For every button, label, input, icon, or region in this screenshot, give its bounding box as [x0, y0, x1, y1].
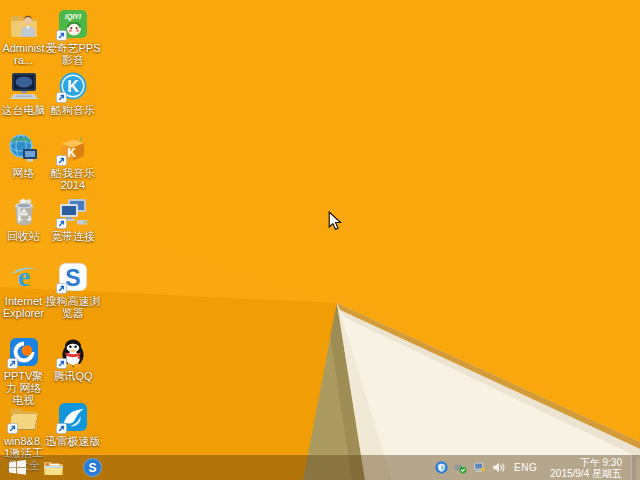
svg-text:S: S: [88, 461, 96, 475]
desktop-icon-iqiyi-pps[interactable]: iQIYI 爱奇艺PPS 影音: [45, 8, 101, 66]
desktop-icon-kuwo[interactable]: ♪ K 酷我音乐 2014: [45, 133, 101, 191]
file-explorer-button[interactable]: [39, 455, 67, 480]
sogou-browser-icon: S: [83, 458, 102, 477]
desktop-icon-label: 宽带连接: [51, 230, 95, 242]
shortcut-arrow-icon: [56, 30, 67, 41]
svg-text:iQIYI: iQIYI: [65, 13, 82, 21]
shortcut-arrow-icon: [56, 155, 67, 166]
taskbar-clock[interactable]: 下午 9:30 2015/9/4 星期五: [546, 457, 626, 479]
desktop-icon-pptv[interactable]: PPTV聚力 网络电视: [1, 336, 46, 406]
shortcut-arrow-icon: [56, 358, 67, 369]
taskbar: S: [0, 455, 640, 480]
taskbar-left: S: [0, 455, 106, 480]
desktop-icon-internet-explorer[interactable]: e Internet Explorer: [1, 261, 46, 319]
svg-text:e: e: [17, 261, 29, 292]
thunder-xunlei-icon: [57, 401, 89, 433]
safely-remove-hardware-tray-button[interactable]: [453, 461, 467, 475]
windows-logo-icon: [9, 460, 26, 475]
desktop-icon-label: Administra...: [1, 42, 46, 66]
desktop-icon-label: 搜狗高速浏览器: [45, 295, 101, 319]
desktop-icon-label: 迅雷极速版: [46, 435, 101, 447]
desktop-icon-qq[interactable]: 腾讯QQ: [45, 336, 101, 382]
mouse-cursor-icon: [328, 211, 342, 231]
svg-text:S: S: [65, 265, 80, 291]
desktop-icon-label: 爱奇艺PPS 影音: [45, 42, 101, 66]
start-button[interactable]: [3, 455, 31, 480]
tencent-qq-icon: [57, 336, 89, 368]
shortcut-arrow-icon: [56, 218, 67, 229]
kugou-music-icon: K: [57, 70, 89, 102]
desktop-icon-label: 回收站: [7, 230, 40, 242]
network-status-tray-button[interactable]: [472, 461, 486, 475]
kuwo-music-icon: ♪ K: [57, 133, 89, 165]
broadband-connection-icon: [57, 196, 89, 228]
desktop-icon-this-pc[interactable]: 这台电脑: [1, 70, 46, 116]
clock-date: 2015/9/4 星期五: [550, 468, 622, 479]
svg-text:K: K: [67, 78, 79, 95]
svg-text:K: K: [68, 146, 77, 160]
network-status-warning-icon: [473, 461, 486, 474]
sogou-browser-icon: S: [57, 261, 89, 293]
desktop-icon-label: 腾讯QQ: [53, 370, 92, 382]
this-pc-icon: [8, 70, 40, 102]
security-shield-icon: [435, 461, 448, 474]
desktop-icon-kugou[interactable]: K 酷狗音乐: [45, 70, 101, 116]
shortcut-arrow-icon: [56, 92, 67, 103]
shortcut-arrow-icon: [56, 423, 67, 434]
desktop-icon-label: 酷我音乐 2014: [45, 167, 101, 191]
pptv-icon: [8, 336, 40, 368]
desktop-icon-label: Internet Explorer: [1, 295, 46, 319]
desktop-icon-administrator[interactable]: Administra...: [1, 8, 46, 66]
recycle-bin-icon: [8, 196, 40, 228]
internet-explorer-icon: e: [8, 261, 40, 293]
file-explorer-icon: [43, 459, 64, 476]
desktop-icon-recycle-bin[interactable]: 回收站: [1, 196, 46, 242]
shortcut-arrow-icon: [7, 358, 18, 369]
folder-icon: [8, 401, 40, 433]
desktop-icon-broadband[interactable]: 宽带连接: [45, 196, 101, 242]
security-shield-tray-button[interactable]: [434, 461, 448, 475]
desktop-icon-sogou-browser[interactable]: S 搜狗高速浏览器: [45, 261, 101, 319]
clock-time: 下午 9:30: [550, 457, 622, 468]
network-icon: [8, 133, 40, 165]
show-desktop-button[interactable]: [631, 455, 636, 480]
desktop-icon-label: 网络: [13, 167, 35, 179]
shortcut-arrow-icon: [56, 283, 67, 294]
desktop-icon-label: 酷狗音乐: [51, 104, 95, 116]
desktop: Administra... iQIYI 爱奇艺PPS 影音: [0, 0, 640, 480]
safely-remove-hardware-icon: [454, 461, 467, 474]
administrator-folder-icon: [8, 8, 40, 40]
desktop-icon-network[interactable]: 网络: [1, 133, 46, 179]
volume-icon: [492, 461, 505, 474]
language-indicator[interactable]: ENG: [510, 462, 541, 473]
iqiyi-pps-icon: iQIYI: [57, 8, 89, 40]
shortcut-arrow-icon: [7, 423, 18, 434]
volume-tray-button[interactable]: [491, 461, 505, 475]
desktop-icon-thunder[interactable]: 迅雷极速版: [45, 401, 101, 447]
sogou-browser-taskbar-button[interactable]: S: [78, 455, 106, 480]
system-tray: ENG 下午 9:30 2015/9/4 星期五: [434, 455, 640, 480]
desktop-icon-label: 这台电脑: [2, 104, 46, 116]
